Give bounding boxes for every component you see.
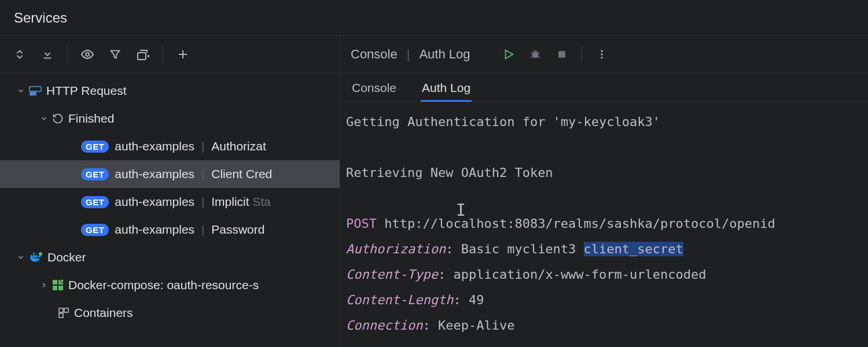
tree-label: HTTP Request [46, 84, 127, 98]
services-tree[interactable]: HTTP Request Finished GET auth-examples … [0, 73, 340, 347]
header-value: : Keep-Alive [422, 318, 514, 333]
compose-icon [52, 279, 64, 291]
tree-node-http-request[interactable]: HTTP Request [0, 77, 340, 105]
svg-rect-11 [53, 286, 57, 290]
panel-title: Services [0, 0, 868, 36]
svg-rect-3 [30, 92, 36, 95]
auth-log-output[interactable]: Getting Authentication for 'my-keycloak3… [340, 102, 868, 347]
tree-label: Finished [68, 112, 114, 125]
log-line: Getting Authentication for 'my-keycloak3… [346, 115, 660, 129]
tree-node-docker[interactable]: Docker [0, 243, 340, 271]
svg-point-13 [60, 279, 64, 283]
tree-tail: Password [211, 223, 264, 237]
tree-node-request[interactable]: GET auth-examples | Client Cred [0, 160, 340, 188]
header-name: Connection [346, 318, 422, 333]
add-icon[interactable] [172, 44, 193, 65]
filter-icon[interactable] [105, 44, 126, 65]
separator: | [194, 195, 211, 209]
svg-point-19 [601, 50, 602, 52]
svg-rect-15 [64, 308, 68, 312]
tree-label: auth-examples [115, 139, 194, 153]
method-badge: GET [81, 168, 109, 180]
tree-tail: Implicit Sta [211, 195, 271, 209]
svg-rect-5 [33, 255, 35, 257]
svg-rect-1 [138, 53, 146, 60]
log-tabs: Console Auth Log [340, 73, 868, 102]
more-icon[interactable] [591, 44, 612, 65]
tree-node-docker-compose[interactable]: Docker-compose: oauth-resource-s [0, 271, 340, 299]
debug-icon[interactable] [525, 44, 546, 65]
run-icon[interactable] [498, 44, 519, 65]
svg-point-17 [532, 51, 538, 58]
log-panel: Console | Auth Log Console Auth Log Gett… [340, 36, 868, 347]
header-name: Content-Type [346, 267, 438, 282]
tree-node-request[interactable]: GET auth-examples | Password [0, 216, 340, 243]
svg-rect-18 [558, 51, 565, 58]
header-value: : Basic myclient3 [446, 242, 583, 256]
svg-rect-4 [31, 255, 32, 257]
chevron-down-icon [15, 87, 27, 95]
chevron-right-icon [38, 281, 50, 289]
header-value: : application/x-www-form-urlencoded [438, 267, 707, 282]
containers-icon [58, 307, 69, 319]
selected-text: client_secret [584, 242, 683, 256]
svg-rect-7 [33, 253, 35, 254]
tree-node-containers[interactable]: Containers [0, 299, 340, 327]
view-icon[interactable] [77, 44, 98, 65]
expand-all-icon[interactable] [9, 44, 30, 65]
stop-icon[interactable] [551, 44, 572, 65]
tree-node-request[interactable]: GET auth-examples | Implicit Sta [0, 188, 340, 216]
log-line: Retrieving New OAuth2 Token [346, 165, 553, 180]
svg-rect-14 [59, 308, 63, 312]
svg-rect-16 [59, 313, 63, 318]
tree-tail: Client Cred [211, 167, 272, 181]
breadcrumb[interactable]: Auth Log [419, 47, 470, 62]
tree-tail: Authorizat [211, 139, 266, 153]
svg-point-8 [39, 252, 42, 256]
log-toolbar: Console | Auth Log [340, 36, 868, 73]
header-name: Authorization [346, 242, 446, 256]
tree-label: Docker-compose: oauth-resource-s [68, 278, 259, 292]
http-method: POST [346, 216, 377, 231]
svg-rect-9 [53, 280, 57, 285]
docker-icon [29, 252, 43, 263]
refresh-icon [52, 113, 64, 124]
svg-point-0 [86, 53, 89, 56]
services-toolbar [0, 36, 340, 73]
separator: | [194, 223, 211, 237]
chevron-down-icon [15, 253, 27, 261]
svg-rect-12 [58, 286, 63, 290]
tree-label: auth-examples [115, 223, 194, 237]
services-tree-panel: HTTP Request Finished GET auth-examples … [0, 36, 340, 347]
tab-auth-log[interactable]: Auth Log [421, 75, 472, 102]
svg-point-21 [601, 57, 602, 58]
collapse-all-icon[interactable] [37, 44, 58, 65]
separator: | [194, 167, 211, 181]
svg-point-20 [601, 53, 602, 55]
separator: | [403, 47, 414, 62]
group-icon[interactable] [133, 44, 153, 65]
method-badge: GET [81, 224, 109, 236]
header-value: : 49 [453, 293, 484, 307]
tree-label: auth-examples [115, 195, 194, 209]
api-icon [29, 85, 42, 97]
svg-rect-6 [35, 255, 37, 257]
svg-rect-2 [30, 87, 41, 91]
tree-node-finished[interactable]: Finished [0, 105, 340, 132]
tree-label: Containers [74, 306, 133, 320]
http-url: http://localhost:8083/realms/sashka/prot… [377, 216, 775, 231]
tree-label: Docker [47, 250, 86, 264]
method-badge: GET [81, 141, 109, 153]
tab-console[interactable]: Console [351, 75, 398, 102]
header-name: Content-Length [346, 293, 453, 307]
breadcrumb[interactable]: Console [351, 47, 398, 62]
tree-label: auth-examples [115, 167, 194, 181]
separator: | [194, 139, 211, 153]
method-badge: GET [81, 196, 109, 208]
tree-node-request[interactable]: GET auth-examples | Authorizat [0, 132, 340, 160]
chevron-down-icon [38, 115, 50, 123]
